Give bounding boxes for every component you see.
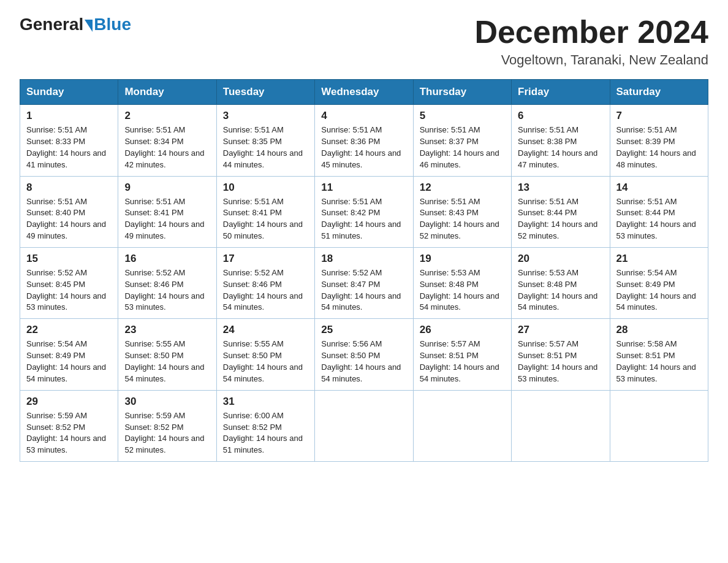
calendar-cell: 19 Sunrise: 5:53 AMSunset: 8:48 PMDaylig… (413, 247, 511, 318)
weekday-header-friday: Friday (512, 80, 610, 105)
day-info: Sunrise: 5:55 AMSunset: 8:50 PMDaylight:… (223, 339, 303, 383)
day-number: 23 (124, 324, 210, 336)
calendar-cell: 13 Sunrise: 5:51 AMSunset: 8:44 PMDaylig… (512, 176, 610, 247)
day-info: Sunrise: 6:00 AMSunset: 8:52 PMDaylight:… (223, 411, 303, 455)
day-info: Sunrise: 5:51 AMSunset: 8:43 PMDaylight:… (420, 197, 499, 241)
title-block: December 2024 Vogeltown, Taranaki, New Z… (474, 15, 708, 68)
calendar-cell: 26 Sunrise: 5:57 AMSunset: 8:51 PMDaylig… (413, 319, 511, 390)
calendar-cell: 31 Sunrise: 6:00 AMSunset: 8:52 PMDaylig… (216, 390, 314, 461)
calendar-cell: 18 Sunrise: 5:52 AMSunset: 8:47 PMDaylig… (315, 247, 413, 318)
calendar-week-2: 8 Sunrise: 5:51 AMSunset: 8:40 PMDayligh… (20, 176, 708, 247)
day-number: 27 (518, 324, 603, 336)
calendar-week-3: 15 Sunrise: 5:52 AMSunset: 8:45 PMDaylig… (20, 247, 708, 318)
page-header: General Blue December 2024 Vogeltown, Ta… (20, 15, 708, 68)
day-info: Sunrise: 5:54 AMSunset: 8:49 PMDaylight:… (26, 339, 106, 383)
day-info: Sunrise: 5:59 AMSunset: 8:52 PMDaylight:… (26, 411, 106, 455)
calendar-cell: 10 Sunrise: 5:51 AMSunset: 8:41 PMDaylig… (216, 176, 314, 247)
day-info: Sunrise: 5:59 AMSunset: 8:52 PMDaylight:… (124, 411, 204, 455)
calendar-subtitle: Vogeltown, Taranaki, New Zealand (474, 52, 708, 68)
calendar-week-5: 29 Sunrise: 5:59 AMSunset: 8:52 PMDaylig… (20, 390, 708, 461)
calendar-cell: 6 Sunrise: 5:51 AMSunset: 8:38 PMDayligh… (512, 105, 610, 176)
day-info: Sunrise: 5:53 AMSunset: 8:48 PMDaylight:… (420, 268, 499, 312)
calendar-cell: 23 Sunrise: 5:55 AMSunset: 8:50 PMDaylig… (118, 319, 216, 390)
day-number: 2 (124, 110, 210, 122)
day-number: 15 (26, 253, 112, 265)
day-number: 6 (518, 110, 603, 122)
logo-arrow-icon (85, 20, 93, 32)
day-number: 4 (321, 110, 406, 122)
logo: General Blue (20, 15, 131, 34)
day-number: 19 (420, 253, 505, 265)
day-info: Sunrise: 5:51 AMSunset: 8:44 PMDaylight:… (518, 197, 597, 241)
calendar-cell (610, 390, 708, 461)
day-info: Sunrise: 5:51 AMSunset: 8:41 PMDaylight:… (223, 197, 303, 241)
weekday-header-sunday: Sunday (20, 80, 118, 105)
calendar-body: 1 Sunrise: 5:51 AMSunset: 8:33 PMDayligh… (20, 105, 708, 462)
day-info: Sunrise: 5:51 AMSunset: 8:37 PMDaylight:… (420, 125, 499, 169)
day-info: Sunrise: 5:56 AMSunset: 8:50 PMDaylight:… (321, 339, 401, 383)
day-info: Sunrise: 5:51 AMSunset: 8:38 PMDaylight:… (518, 125, 597, 169)
day-info: Sunrise: 5:52 AMSunset: 8:45 PMDaylight:… (26, 268, 106, 312)
calendar-cell: 16 Sunrise: 5:52 AMSunset: 8:46 PMDaylig… (118, 247, 216, 318)
day-number: 21 (616, 253, 702, 265)
day-info: Sunrise: 5:54 AMSunset: 8:49 PMDaylight:… (616, 268, 696, 312)
weekday-header-wednesday: Wednesday (315, 80, 413, 105)
calendar-cell: 8 Sunrise: 5:51 AMSunset: 8:40 PMDayligh… (20, 176, 118, 247)
day-info: Sunrise: 5:55 AMSunset: 8:50 PMDaylight:… (124, 339, 204, 383)
calendar-cell: 14 Sunrise: 5:51 AMSunset: 8:44 PMDaylig… (610, 176, 708, 247)
calendar-week-1: 1 Sunrise: 5:51 AMSunset: 8:33 PMDayligh… (20, 105, 708, 176)
calendar-cell: 20 Sunrise: 5:53 AMSunset: 8:48 PMDaylig… (512, 247, 610, 318)
day-number: 25 (321, 324, 406, 336)
weekday-header-tuesday: Tuesday (216, 80, 314, 105)
day-info: Sunrise: 5:52 AMSunset: 8:46 PMDaylight:… (124, 268, 204, 312)
calendar-cell: 25 Sunrise: 5:56 AMSunset: 8:50 PMDaylig… (315, 319, 413, 390)
calendar-cell: 24 Sunrise: 5:55 AMSunset: 8:50 PMDaylig… (216, 319, 314, 390)
calendar-table: SundayMondayTuesdayWednesdayThursdayFrid… (20, 79, 708, 462)
day-number: 11 (321, 182, 406, 194)
weekday-header-thursday: Thursday (413, 80, 511, 105)
day-number: 26 (420, 324, 505, 336)
calendar-cell: 28 Sunrise: 5:58 AMSunset: 8:51 PMDaylig… (610, 319, 708, 390)
calendar-cell (413, 390, 511, 461)
calendar-cell: 17 Sunrise: 5:52 AMSunset: 8:46 PMDaylig… (216, 247, 314, 318)
calendar-cell: 1 Sunrise: 5:51 AMSunset: 8:33 PMDayligh… (20, 105, 118, 176)
calendar-cell: 12 Sunrise: 5:51 AMSunset: 8:43 PMDaylig… (413, 176, 511, 247)
day-info: Sunrise: 5:57 AMSunset: 8:51 PMDaylight:… (518, 339, 597, 383)
day-info: Sunrise: 5:51 AMSunset: 8:33 PMDaylight:… (26, 125, 106, 169)
day-number: 13 (518, 182, 603, 194)
calendar-cell: 9 Sunrise: 5:51 AMSunset: 8:41 PMDayligh… (118, 176, 216, 247)
logo-blue-text: Blue (94, 15, 131, 34)
day-number: 1 (26, 110, 112, 122)
calendar-cell: 2 Sunrise: 5:51 AMSunset: 8:34 PMDayligh… (118, 105, 216, 176)
calendar-cell (315, 390, 413, 461)
day-info: Sunrise: 5:51 AMSunset: 8:41 PMDaylight:… (124, 197, 204, 241)
day-info: Sunrise: 5:57 AMSunset: 8:51 PMDaylight:… (420, 339, 499, 383)
day-number: 22 (26, 324, 112, 336)
calendar-cell: 5 Sunrise: 5:51 AMSunset: 8:37 PMDayligh… (413, 105, 511, 176)
weekday-header-saturday: Saturday (610, 80, 708, 105)
day-number: 14 (616, 182, 702, 194)
day-number: 8 (26, 182, 112, 194)
calendar-cell: 4 Sunrise: 5:51 AMSunset: 8:36 PMDayligh… (315, 105, 413, 176)
day-info: Sunrise: 5:51 AMSunset: 8:35 PMDaylight:… (223, 125, 303, 169)
day-number: 9 (124, 182, 210, 194)
calendar-cell: 11 Sunrise: 5:51 AMSunset: 8:42 PMDaylig… (315, 176, 413, 247)
day-info: Sunrise: 5:51 AMSunset: 8:42 PMDaylight:… (321, 197, 401, 241)
day-info: Sunrise: 5:52 AMSunset: 8:47 PMDaylight:… (321, 268, 401, 312)
day-number: 30 (124, 396, 210, 408)
day-number: 7 (616, 110, 702, 122)
day-info: Sunrise: 5:53 AMSunset: 8:48 PMDaylight:… (518, 268, 597, 312)
day-number: 28 (616, 324, 702, 336)
calendar-cell: 7 Sunrise: 5:51 AMSunset: 8:39 PMDayligh… (610, 105, 708, 176)
day-number: 12 (420, 182, 505, 194)
calendar-cell: 22 Sunrise: 5:54 AMSunset: 8:49 PMDaylig… (20, 319, 118, 390)
calendar-cell: 3 Sunrise: 5:51 AMSunset: 8:35 PMDayligh… (216, 105, 314, 176)
day-info: Sunrise: 5:51 AMSunset: 8:36 PMDaylight:… (321, 125, 401, 169)
calendar-cell: 15 Sunrise: 5:52 AMSunset: 8:45 PMDaylig… (20, 247, 118, 318)
calendar-header: SundayMondayTuesdayWednesdayThursdayFrid… (20, 80, 708, 105)
logo-general-text: General (20, 15, 83, 34)
day-info: Sunrise: 5:51 AMSunset: 8:34 PMDaylight:… (124, 125, 204, 169)
day-info: Sunrise: 5:58 AMSunset: 8:51 PMDaylight:… (616, 339, 696, 383)
day-number: 24 (223, 324, 308, 336)
day-number: 17 (223, 253, 308, 265)
